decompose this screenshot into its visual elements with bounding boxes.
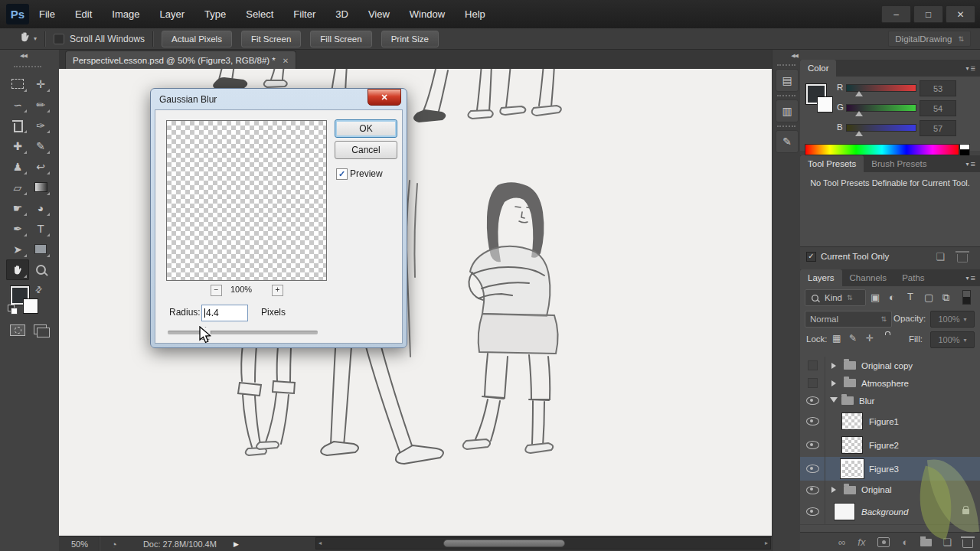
menu-layer[interactable]: Layer (150, 1, 195, 28)
layer-filter-kind-select[interactable]: Kind ⇅ (805, 289, 866, 306)
tool-options-caret-icon[interactable]: ▾ (34, 35, 37, 42)
screen-mode-button[interactable] (34, 324, 47, 334)
layer-row-figure2[interactable]: Figure2 (800, 433, 980, 458)
history-panel-icon[interactable]: ▤ (776, 69, 799, 92)
blur-preview-thumbnail[interactable] (166, 120, 327, 281)
layer-row-figure1[interactable]: Figure1 (800, 409, 980, 434)
eraser-tool[interactable]: ▱ (6, 177, 29, 197)
menu-help[interactable]: Help (455, 1, 495, 28)
menu-select[interactable]: Select (236, 1, 283, 28)
radius-input[interactable]: 4.4 (201, 305, 248, 321)
document-size-info[interactable]: Doc: 27.8M/100.4M (143, 540, 217, 549)
scroll-left-icon[interactable]: ◂ (318, 540, 322, 546)
brush-panel-icon[interactable]: ✎ (776, 130, 799, 153)
expand-arrow-icon[interactable] (831, 380, 839, 386)
maximize-button[interactable]: □ (913, 5, 943, 23)
zoom-level[interactable]: 50% (71, 540, 88, 549)
clone-source-panel-icon[interactable]: ▥ (776, 99, 799, 122)
eyedropper-tool[interactable]: ✑ (29, 115, 52, 135)
workspace-switcher[interactable]: DigitalDrawing ⇅ (888, 31, 971, 47)
scroll-all-windows-checkbox[interactable] (54, 34, 64, 44)
menu-view[interactable]: View (358, 1, 400, 28)
horizontal-scrollbar-thumb[interactable] (443, 540, 565, 547)
new-group-icon[interactable] (920, 539, 932, 546)
swap-colors-icon[interactable]: ⇄ (33, 284, 45, 296)
brush-tool[interactable]: ✎ (29, 135, 52, 156)
gradient-tool[interactable] (29, 177, 52, 197)
layer-style-fx-icon[interactable]: fx (858, 536, 865, 548)
tab-layers[interactable]: Layers (800, 269, 842, 286)
menu-edit[interactable]: Edit (65, 1, 102, 28)
lock-pixels-icon[interactable]: ✎ (849, 333, 857, 344)
new-preset-icon[interactable]: ❏ (936, 251, 945, 262)
color-panel-menu-icon[interactable]: ▾≡ (966, 60, 980, 77)
link-layers-icon[interactable]: ∞ (838, 536, 845, 548)
dialog-close-button[interactable]: ✕ (368, 89, 401, 106)
presets-panel-menu-icon[interactable]: ▾≡ (966, 155, 980, 172)
rectangular-marquee-tool[interactable] (6, 73, 29, 94)
filter-smart-object-icon[interactable]: ⧉ (942, 292, 949, 304)
menu-image[interactable]: Image (102, 1, 149, 28)
healing-brush-tool[interactable]: ✚ (6, 135, 29, 156)
actual-pixels-button[interactable]: Actual Pixels (162, 31, 232, 47)
document-tab[interactable]: PerspectiveLesson.psd @ 50% (Figure3, RG… (65, 51, 296, 70)
scroll-right-icon[interactable]: ▸ (765, 540, 768, 546)
filter-type-icon[interactable]: T (907, 291, 913, 302)
close-button[interactable]: ✕ (946, 5, 975, 23)
type-tool[interactable]: T (29, 218, 52, 239)
filter-pixel-icon[interactable]: ▣ (871, 292, 880, 303)
color-background-swatch[interactable] (817, 96, 833, 112)
filter-adjustment-icon[interactable]: ◐ (889, 292, 895, 303)
current-tool-only-checkbox[interactable]: ✓ (806, 252, 816, 262)
add-mask-icon[interactable] (877, 537, 890, 547)
layers-panel-menu-icon[interactable]: ▾≡ (966, 269, 980, 286)
tab-paths[interactable]: Paths (894, 269, 932, 286)
clone-stamp-tool[interactable]: ♟ (6, 156, 29, 177)
menu-file[interactable]: File (29, 1, 65, 28)
delete-layer-icon[interactable] (962, 540, 973, 548)
tab-tool-presets[interactable]: Tool Presets (800, 155, 864, 172)
fill-value[interactable]: 100%▾ (930, 331, 975, 348)
rectangle-tool[interactable] (29, 239, 52, 259)
visibility-toggle[interactable] (800, 374, 825, 392)
delete-preset-icon[interactable] (957, 254, 968, 262)
preview-zoom-out-button[interactable]: − (211, 285, 222, 296)
expand-panels-icon[interactable]: ◀◀ (791, 53, 798, 59)
quick-selection-tool[interactable]: ✏ (29, 94, 52, 115)
menu-3d[interactable]: 3D (325, 1, 358, 28)
color-spectrum-ramp[interactable] (805, 144, 959, 155)
tab-close-icon[interactable]: ✕ (283, 57, 289, 65)
visibility-toggle[interactable] (800, 409, 825, 433)
layer-row-atmosphere[interactable]: Atmosphere (800, 374, 980, 393)
dodge-tool[interactable]: ◕ (29, 197, 52, 218)
layer-thumbnail[interactable] (842, 413, 862, 429)
pen-tool[interactable]: ✒ (6, 218, 29, 239)
move-tool[interactable]: ✛ (29, 73, 52, 94)
visibility-toggle[interactable] (800, 392, 825, 409)
layer-row-original-copy[interactable]: Original copy (800, 357, 980, 375)
layer-thumbnail[interactable] (835, 504, 854, 520)
path-selection-tool[interactable]: ➤ (6, 239, 29, 259)
crop-tool[interactable] (6, 115, 29, 135)
red-value[interactable]: 53 (920, 80, 956, 96)
visibility-toggle[interactable] (800, 499, 825, 524)
menu-filter[interactable]: Filter (283, 1, 325, 28)
status-flyout-icon[interactable]: ▶ (234, 540, 239, 548)
blend-mode-select[interactable]: Normal ⇅ (805, 311, 892, 328)
visibility-toggle[interactable] (800, 433, 825, 457)
radius-slider-track[interactable] (168, 331, 318, 334)
layer-thumbnail[interactable] (842, 461, 862, 477)
preview-zoom-in-button[interactable]: + (272, 285, 283, 296)
background-color-swatch[interactable] (23, 298, 38, 314)
expand-arrow-icon[interactable] (831, 487, 839, 493)
toolbar-grip[interactable] (14, 66, 41, 67)
visibility-toggle[interactable] (800, 357, 825, 374)
filter-toggle[interactable] (962, 290, 971, 305)
smudge-tool[interactable]: ☛ (6, 197, 29, 218)
lasso-tool[interactable]: ∽ (6, 94, 29, 115)
green-slider-thumb[interactable] (855, 111, 863, 116)
horizontal-scrollbar[interactable]: ◂ ▸ (315, 537, 771, 549)
visibility-toggle[interactable] (800, 457, 825, 481)
ok-button[interactable]: OK (335, 119, 397, 138)
opacity-value[interactable]: 100%▾ (930, 311, 975, 328)
